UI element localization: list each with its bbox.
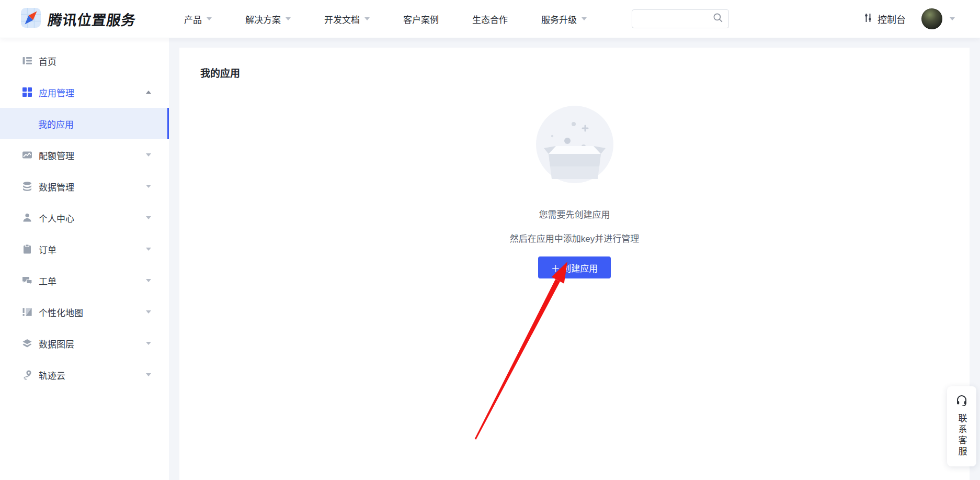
sidebar-item-label: 数据管理 — [39, 180, 74, 193]
nav-item-label: 产品 — [184, 13, 202, 26]
chevron-up-icon — [146, 91, 151, 94]
create-app-button[interactable]: ＋ 创建应用 — [538, 256, 611, 278]
sidebar: 首页应用管理我的应用配额管理数据管理个人中心订单工单个性化地图数据图层轨迹云 — [0, 38, 169, 480]
ticket-chat-icon — [21, 275, 33, 286]
nav-item-label: 客户案例 — [403, 13, 439, 26]
main-nav: 产品解决方案开发文档客户案例生态合作服务升级 — [184, 13, 587, 26]
sidebar-item[interactable]: 首页 — [0, 45, 169, 76]
sliders-icon — [863, 13, 873, 26]
header-search — [632, 9, 729, 28]
custom-map-icon — [21, 306, 33, 318]
main-content: 我的应用 您需要先创建应用 然后在应用中添加key并进行管 — [169, 38, 980, 480]
sidebar-item[interactable]: 配额管理 — [0, 139, 169, 171]
home-list-icon — [21, 55, 33, 66]
sidebar-item[interactable]: 数据管理 — [0, 171, 169, 202]
database-icon — [21, 181, 33, 192]
contact-support-label: 联系客服 — [955, 414, 968, 457]
nav-item-label: 解决方案 — [245, 13, 281, 26]
search-icon[interactable] — [713, 13, 723, 25]
empty-box-illustration — [536, 106, 613, 185]
sidebar-item-label: 工单 — [39, 274, 56, 287]
sidebar-item[interactable]: 个人中心 — [0, 202, 169, 233]
chevron-down-icon — [146, 373, 151, 376]
sidebar-item-label: 数据图层 — [39, 337, 74, 350]
sidebar-item[interactable]: 工单 — [0, 265, 169, 296]
header-right: 控制台 — [863, 8, 955, 29]
headset-icon — [955, 394, 968, 409]
layers-icon — [21, 338, 33, 349]
compass-logo-icon — [21, 8, 41, 30]
chevron-down-icon — [286, 17, 291, 20]
sidebar-item-label: 配额管理 — [39, 149, 74, 162]
chevron-down-icon — [146, 279, 151, 282]
empty-hint-line1: 您需要先创建应用 — [539, 207, 610, 220]
user-avatar[interactable] — [921, 8, 942, 29]
nav-item-3[interactable]: 开发文档 — [324, 13, 370, 26]
chevron-down-icon — [146, 185, 151, 188]
nav-item-4[interactable]: 客户案例 — [403, 13, 439, 26]
sidebar-item-label: 轨迹云 — [39, 369, 65, 382]
sidebar-item-label: 个性化地图 — [39, 306, 83, 319]
chevron-down-icon — [364, 17, 370, 20]
nav-item-label: 生态合作 — [472, 13, 508, 26]
sidebar-item[interactable]: 数据图层 — [0, 328, 169, 359]
sidebar-item-label: 订单 — [39, 243, 56, 256]
brand-name: 腾讯位置服务 — [47, 9, 137, 29]
chevron-down-icon — [146, 153, 151, 157]
page-title: 我的应用 — [179, 48, 970, 80]
track-pin-icon — [21, 369, 33, 381]
chevron-down-icon — [146, 216, 151, 219]
chevron-down-icon[interactable] — [950, 17, 955, 20]
console-link[interactable]: 控制台 — [863, 12, 906, 26]
sidebar-item[interactable]: 个性化地图 — [0, 296, 169, 328]
person-icon — [21, 212, 33, 224]
nav-item-label: 服务升级 — [541, 13, 577, 26]
apps-grid-icon — [21, 86, 33, 98]
empty-state: 您需要先创建应用 然后在应用中添加key并进行管理 ＋ 创建应用 — [179, 80, 970, 278]
sidebar-item-label: 我的应用 — [38, 117, 74, 130]
chevron-down-icon — [582, 17, 587, 20]
sidebar-item[interactable]: 轨迹云 — [0, 359, 169, 390]
chevron-down-icon — [146, 310, 151, 314]
sidebar-item[interactable]: 我的应用 — [0, 108, 169, 139]
sidebar-item[interactable]: 订单 — [0, 233, 169, 265]
chevron-down-icon — [207, 17, 212, 20]
order-clipboard-icon — [21, 243, 33, 255]
empty-hint-line2: 然后在应用中添加key并进行管理 — [510, 231, 639, 244]
sidebar-item[interactable]: 应用管理 — [0, 76, 169, 108]
chevron-down-icon — [146, 342, 151, 345]
contact-support-tab[interactable]: 联系客服 — [947, 386, 976, 466]
sidebar-item-label: 应用管理 — [39, 86, 74, 99]
brand[interactable]: 腾讯位置服务 — [21, 8, 136, 30]
quota-chart-icon — [21, 149, 33, 161]
my-apps-card: 我的应用 您需要先创建应用 然后在应用中添加key并进行管 — [179, 48, 970, 480]
nav-item-5[interactable]: 生态合作 — [472, 13, 508, 26]
nav-item-1[interactable]: 产品 — [184, 13, 212, 26]
sidebar-item-label: 个人中心 — [39, 211, 74, 225]
top-header: 腾讯位置服务 产品解决方案开发文档客户案例生态合作服务升级 控制台 — [0, 0, 980, 38]
nav-item-6[interactable]: 服务升级 — [541, 13, 587, 26]
nav-item-2[interactable]: 解决方案 — [245, 13, 291, 26]
search-input[interactable] — [639, 15, 713, 24]
chevron-down-icon — [146, 248, 151, 251]
nav-item-label: 开发文档 — [324, 13, 360, 26]
sidebar-item-label: 首页 — [39, 54, 56, 68]
console-label: 控制台 — [878, 12, 906, 26]
